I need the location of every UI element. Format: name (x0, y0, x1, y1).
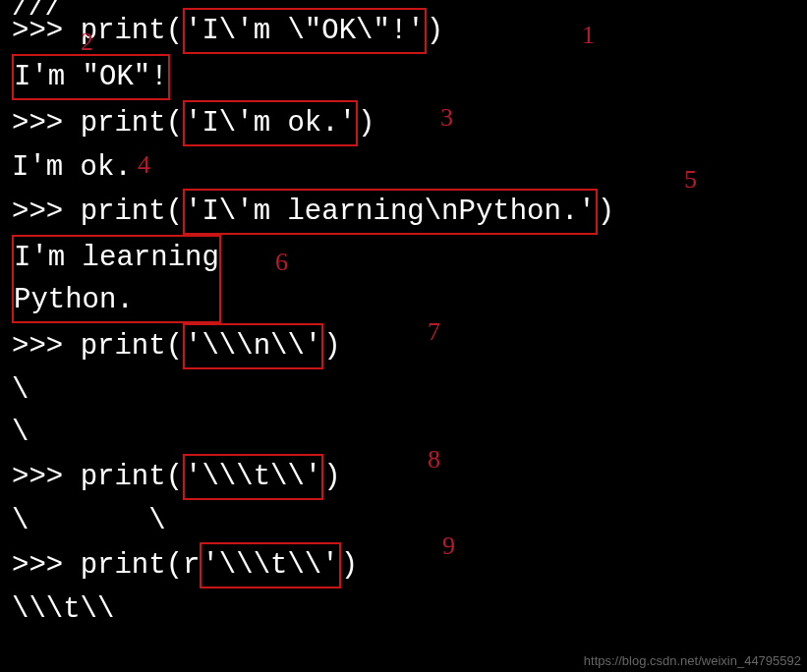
prompt-symbol: >>> (12, 15, 81, 47)
output-line-1: I'm learning (14, 242, 219, 274)
code-after: ) (358, 107, 375, 140)
code-before: print( (81, 107, 183, 140)
prompt-symbol: >>> (12, 196, 81, 228)
terminal-line: >>> print('I\'m learning\nPython.') (12, 189, 795, 235)
prompt-symbol: >>> (12, 549, 81, 582)
terminal-line: I'm ok. (12, 146, 795, 189)
highlighted-code: '\\\t\\' (200, 542, 340, 588)
output-text: \ \ (12, 505, 166, 537)
code-before: print( (81, 15, 183, 47)
highlighted-output: I'm learningPython. (12, 235, 221, 323)
output-text: \ (12, 417, 29, 449)
code-before: print( (81, 330, 183, 363)
output-text: \ (12, 374, 29, 407)
code-before: print(r (81, 549, 201, 582)
highlighted-code: 'I\'m ok.' (183, 100, 358, 146)
output-line-2: Python. (14, 284, 134, 316)
output-text: I'm ok. (12, 151, 132, 184)
highlighted-code: 'I\'m \"OK\"!' (183, 8, 427, 54)
terminal-line: >>> print(r'\\\t\\') (12, 542, 795, 588)
code-after: ) (323, 330, 340, 363)
prompt-symbol: >>> (12, 107, 81, 140)
watermark-text: https://blog.csdn.net/weixin_44795592 (584, 653, 801, 668)
terminal-line: >>> print('\\\n\\') (12, 323, 795, 369)
terminal-line: I'm "OK"! (12, 54, 795, 100)
code-before: print( (81, 196, 183, 228)
code-after: ) (427, 15, 443, 47)
highlighted-code: 'I\'m learning\nPython.' (183, 189, 598, 235)
code-before: print( (81, 461, 183, 493)
highlighted-code: '\\\t\\' (183, 454, 323, 500)
terminal-line: >>> print('\\\t\\') (12, 454, 795, 500)
highlighted-output: I'm "OK"! (12, 54, 170, 100)
terminal-line: I'm learningPython. (12, 235, 795, 323)
terminal-line: \\\t\\ (12, 588, 795, 631)
prompt-symbol: >>> (12, 330, 81, 363)
terminal-line: \ (12, 369, 795, 412)
terminal-line: \ (12, 412, 795, 454)
code-after: ) (341, 549, 358, 582)
code-after: ) (598, 196, 614, 228)
terminal-content[interactable]: >>> print('I\'m \"OK\"!') I'm "OK"! >>> … (12, 8, 795, 631)
terminal-line: >>> print('I\'m ok.') (12, 100, 795, 146)
highlighted-code: '\\\n\\' (183, 323, 323, 369)
output-text: \\\t\\ (12, 593, 114, 626)
terminal-line: \ \ (12, 500, 795, 542)
prompt-symbol: >>> (12, 461, 81, 493)
code-after: ) (323, 461, 340, 493)
terminal-line: >>> print('I\'m \"OK\"!') (12, 8, 795, 54)
